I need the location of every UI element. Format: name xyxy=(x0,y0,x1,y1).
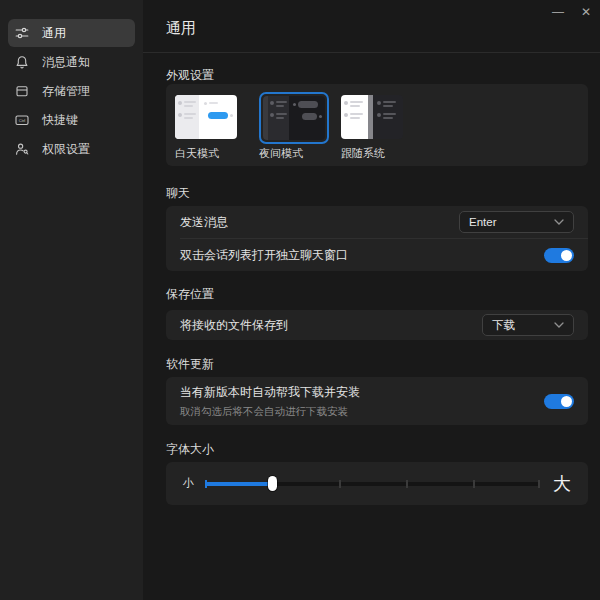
theme-label-day: 白天模式 xyxy=(175,146,237,161)
font-section-label: 字体大小 xyxy=(166,443,588,456)
theme-option-day[interactable]: 白天模式 xyxy=(175,92,237,166)
minimize-icon: — xyxy=(552,5,564,19)
slider-fill xyxy=(205,482,272,486)
sidebar-item-label: 消息通知 xyxy=(42,54,90,71)
slider-tick xyxy=(473,480,475,488)
send-message-row: 发送消息 Enter xyxy=(166,206,588,238)
theme-label-system: 跟随系统 xyxy=(341,146,403,161)
slider-handle[interactable] xyxy=(268,476,277,491)
sidebar-item-label: 快捷键 xyxy=(42,112,78,129)
sidebar-item-permissions[interactable]: 权限设置 xyxy=(8,135,135,163)
toggle-knob xyxy=(561,396,572,407)
font-min-label: 小 xyxy=(183,476,194,491)
ctrl-key-icon: Ctrl xyxy=(15,113,29,127)
page-title: 通用 xyxy=(143,0,600,38)
chevron-down-icon xyxy=(554,322,564,328)
double-click-row: 双击会话列表打开独立聊天窗口 xyxy=(166,239,588,271)
save-section-label: 保存位置 xyxy=(166,288,588,301)
theme-option-night[interactable]: 夜间模式 xyxy=(259,92,329,166)
chevron-down-icon xyxy=(554,219,564,225)
appearance-card: 白天模式 夜间模式 xyxy=(166,84,588,166)
save-to-value: 下载 xyxy=(492,318,515,333)
slider-tick xyxy=(339,480,341,488)
bell-icon xyxy=(15,55,29,69)
tune-icon xyxy=(15,26,29,40)
follow-system-preview xyxy=(341,95,403,139)
auto-update-label: 当有新版本时自动帮我下载并安装 xyxy=(180,384,360,401)
svg-text:Ctrl: Ctrl xyxy=(19,118,26,123)
settings-main: 通用 外观设置 白天模式 xyxy=(143,0,600,600)
save-to-label: 将接收的文件保存到 xyxy=(180,317,288,334)
auto-update-toggle[interactable] xyxy=(544,394,574,409)
day-mode-preview xyxy=(175,95,237,139)
storage-icon xyxy=(15,84,29,98)
sidebar-item-notifications[interactable]: 消息通知 xyxy=(8,48,135,76)
sidebar-item-general[interactable]: 通用 xyxy=(8,19,135,47)
double-click-label: 双击会话列表打开独立聊天窗口 xyxy=(180,247,348,264)
slider-tick xyxy=(538,480,540,488)
slider-tick xyxy=(406,480,408,488)
double-click-toggle[interactable] xyxy=(544,248,574,263)
sidebar-item-storage[interactable]: 存储管理 xyxy=(8,77,135,105)
night-mode-preview xyxy=(263,96,325,140)
toggle-knob xyxy=(561,250,572,261)
selected-theme-border xyxy=(259,92,329,144)
person-lock-icon xyxy=(15,142,29,156)
chat-section-label: 聊天 xyxy=(166,187,588,200)
save-to-select[interactable]: 下载 xyxy=(482,314,574,336)
send-message-value: Enter xyxy=(469,216,497,228)
chat-card: 发送消息 Enter 双击会话列表打开独立聊天窗口 xyxy=(166,206,588,271)
sidebar-item-shortcuts[interactable]: Ctrl 快捷键 xyxy=(8,106,135,134)
titlebar: — ✕ xyxy=(544,0,600,24)
sidebar-item-label: 通用 xyxy=(42,25,66,42)
appearance-section-label: 外观设置 xyxy=(166,69,588,82)
blue-bubble xyxy=(208,112,228,119)
sidebar-item-label: 权限设置 xyxy=(42,141,90,158)
send-message-select[interactable]: Enter xyxy=(459,211,574,233)
send-message-label: 发送消息 xyxy=(180,214,228,231)
save-card: 将接收的文件保存到 下载 xyxy=(166,310,588,340)
font-size-card: 小 大 xyxy=(166,462,588,505)
close-icon: ✕ xyxy=(581,5,591,19)
sidebar-item-label: 存储管理 xyxy=(42,83,90,100)
update-card: 当有新版本时自动帮我下载并安装 取消勾选后将不会自动进行下载安装 xyxy=(166,377,588,425)
minimize-button[interactable]: — xyxy=(544,1,572,23)
font-size-slider[interactable] xyxy=(205,476,540,491)
auto-update-text: 当有新版本时自动帮我下载并安装 取消勾选后将不会自动进行下载安装 xyxy=(180,384,360,419)
theme-option-system[interactable]: 跟随系统 xyxy=(341,92,403,166)
auto-update-sublabel: 取消勾选后将不会自动进行下载安装 xyxy=(180,405,360,419)
close-button[interactable]: ✕ xyxy=(572,1,600,23)
font-max-label: 大 xyxy=(553,472,571,496)
update-section-label: 软件更新 xyxy=(166,358,588,371)
sidebar: 通用 消息通知 存储管理 Ctrl 快捷键 权限设置 xyxy=(0,0,143,600)
theme-label-night: 夜间模式 xyxy=(259,146,329,161)
slider-start-cap xyxy=(205,480,207,488)
save-to-row: 将接收的文件保存到 下载 xyxy=(166,310,588,340)
